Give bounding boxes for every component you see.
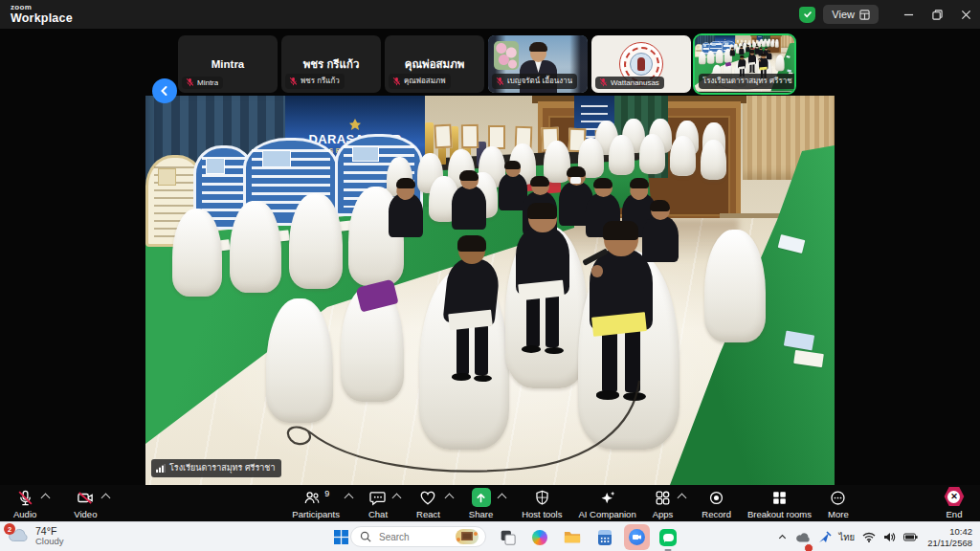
participants-icon [302, 489, 322, 507]
task-view-button[interactable] [494, 522, 521, 551]
brand-workplace: Workplace [11, 12, 73, 25]
search-icon [360, 531, 371, 542]
video-options-chevron[interactable] [101, 494, 111, 503]
record-icon [707, 489, 725, 507]
chevron-left-icon [159, 85, 170, 97]
line-app-icon [659, 529, 677, 546]
date: 21/11/2568 [927, 538, 972, 549]
video-button[interactable]: Video [74, 487, 109, 519]
time: 10:42 [927, 526, 972, 538]
breakout-rooms-button[interactable]: Breakout rooms [747, 487, 812, 519]
react-button[interactable]: React [416, 487, 453, 519]
apps-button[interactable]: Apps [653, 487, 686, 519]
end-meeting-button[interactable]: ✕ End [944, 487, 965, 519]
weather-condition: Cloudy [35, 537, 64, 547]
apps-icon [654, 489, 672, 507]
hidden-icons-button[interactable] [777, 522, 788, 551]
chat-options-chevron[interactable] [392, 494, 402, 503]
microphone-cable [145, 96, 835, 485]
close-button[interactable] [951, 0, 980, 29]
heart-icon [418, 489, 437, 507]
share-options-chevron[interactable] [498, 494, 507, 503]
wifi-icon[interactable] [862, 522, 876, 551]
active-speaker-label: โรงเรียนดาราสมุทร ศรีราชา [151, 459, 281, 477]
chat-icon [368, 489, 387, 507]
brand-zoom: zoom [11, 4, 73, 11]
meeting-toolbar: Audio Video 9 Participants Chat React Sh… [0, 485, 980, 521]
search-highlight-image[interactable] [456, 529, 479, 544]
windows-logo-icon [334, 530, 348, 544]
previous-videos-button[interactable] [152, 78, 177, 103]
zoom-app-active-highlight [624, 524, 650, 550]
pen-location-icon[interactable] [818, 522, 832, 551]
muted-mic-icon [392, 77, 401, 86]
signal-bars-icon [156, 464, 166, 473]
participant-tile-father-somphop[interactable]: คุณพ่อสมภพ คุณพ่อสมภพ [385, 35, 484, 93]
volume-icon[interactable] [883, 522, 896, 551]
share-button[interactable]: Share [469, 487, 505, 519]
copilot-button[interactable] [526, 522, 553, 551]
muted-mic-icon [186, 77, 194, 87]
sparkle-icon [598, 489, 617, 507]
conference-room-scene: DARASAMUTR SRIRACHA [145, 96, 835, 485]
taskbar-search[interactable] [350, 526, 486, 547]
flowers [494, 41, 519, 70]
participant-label: โรงเรียนดาราสมุทร ศรีราชา [699, 74, 794, 89]
main-speaker-video[interactable]: DARASAMUTR SRIRACHA โรงเรียนดาราสมุทร ศร… [145, 96, 835, 485]
calculator-icon [598, 530, 612, 545]
security-shield-icon[interactable] [799, 7, 815, 23]
participant-filmstrip: Mintra Mintra พชร กรีแก้ว พชร กรีแก้ว คุ… [178, 35, 794, 93]
view-button[interactable]: View [823, 5, 879, 24]
muted-mic-icon [16, 489, 34, 507]
react-options-chevron[interactable] [444, 494, 454, 503]
participant-label: Wattananusas [595, 77, 664, 89]
windows-taskbar: 2 74°F Cloudy [0, 521, 980, 551]
minimize-button[interactable] [894, 0, 923, 29]
participant-tile-wattananusas[interactable]: Wattananusas [591, 35, 691, 93]
more-button[interactable]: More [828, 487, 849, 519]
onedrive-error-badge [804, 543, 813, 551]
ai-companion-button[interactable]: AI Companion [578, 487, 635, 519]
participant-label: คุณพ่อสมภพ [389, 74, 451, 89]
participant-label: เบญจรัตน์ เอื้อนงาน [492, 74, 577, 89]
layout-grid-icon [859, 10, 870, 20]
taskbar-clock[interactable]: 10:42 21/11/2568 [927, 526, 972, 549]
participants-options-chevron[interactable] [345, 494, 354, 503]
participants-count: 9 [324, 489, 329, 498]
audio-options-chevron[interactable] [41, 494, 51, 503]
view-label: View [832, 9, 855, 20]
ellipsis-icon [829, 489, 847, 507]
zoom-workplace-logo: zoom Workplace [11, 4, 73, 25]
participant-tile-pachara[interactable]: พชร กรีแก้ว พชร กรีแก้ว [281, 35, 381, 93]
participant-tile-benjarat[interactable]: เบญจรัตน์ เอื้อนงาน [488, 35, 588, 93]
host-tools-button[interactable]: Host tools [522, 487, 562, 519]
participant-label: พชร กรีแก้ว [285, 74, 345, 89]
onedrive-status-icon[interactable] [795, 522, 811, 551]
participants-button[interactable]: 9 Participants [292, 487, 352, 519]
folder-icon [564, 530, 581, 544]
language-indicator[interactable]: ไทย [839, 522, 856, 551]
record-button[interactable]: Record [702, 487, 731, 519]
participant-tile-mintra[interactable]: Mintra Mintra [178, 35, 278, 93]
calculator-button[interactable] [591, 522, 618, 551]
file-explorer-button[interactable] [559, 522, 586, 551]
line-app-button[interactable] [655, 522, 681, 551]
task-view-icon [500, 529, 516, 545]
restore-button[interactable] [923, 0, 951, 29]
audio-button[interactable]: Audio [13, 487, 49, 519]
apps-options-chevron[interactable] [678, 494, 687, 503]
zoom-app-icon [629, 529, 645, 545]
room-video: DARASAMUTR SRIRACHA [145, 96, 835, 485]
muted-mic-icon [289, 77, 298, 86]
chat-button[interactable]: Chat [368, 487, 400, 519]
search-input[interactable] [377, 531, 450, 543]
share-screen-icon [472, 488, 491, 507]
weather-widget[interactable]: 2 74°F Cloudy [7, 525, 64, 547]
copilot-icon [532, 530, 547, 545]
battery-icon[interactable] [903, 522, 918, 551]
zoom-app-button[interactable] [622, 522, 652, 551]
muted-camera-icon [76, 489, 95, 507]
participant-tile-darasamutr-active[interactable]: DARASAMUTR SRIRACHA โรงเรียนดาราสมุทร ศร… [695, 35, 794, 93]
muted-mic-icon [599, 77, 608, 87]
end-icon: ✕ [944, 486, 965, 507]
